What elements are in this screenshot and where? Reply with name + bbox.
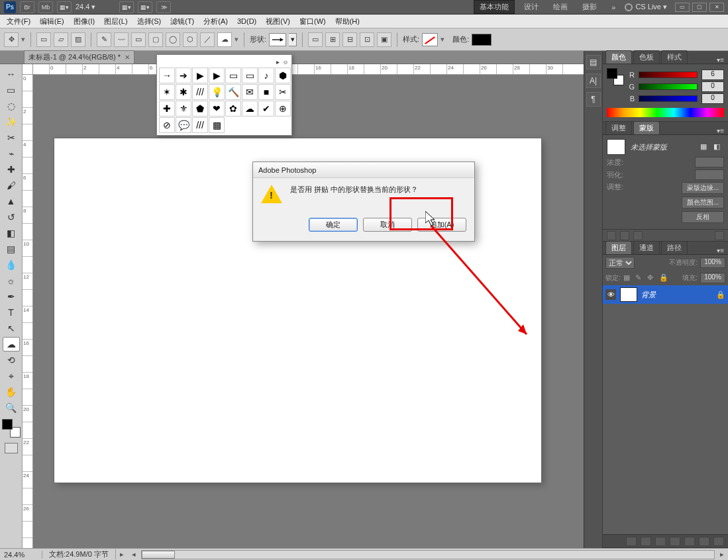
trash-icon[interactable] [715,231,724,240]
flyout-resize-icon[interactable]: ⌾ [284,58,287,66]
tab-adjustments[interactable]: 调整 [605,121,632,134]
cancel-button[interactable]: 取消 [363,218,412,232]
shape-frame2[interactable]: ▭ [242,68,258,83]
status-menu-arrow[interactable]: ▸ [116,550,128,559]
link-icon[interactable] [626,537,637,546]
pixel-mask-icon[interactable]: ▦ [700,142,711,152]
wand-tool[interactable]: ✨ [3,115,20,129]
b-value[interactable]: 0 [702,93,724,104]
path-select-tool[interactable]: ↖ [3,321,20,336]
layer-thumb[interactable] [620,287,637,302]
combine-add-icon[interactable]: ⊞ [325,32,340,47]
menu-select[interactable]: 选择(S) [133,15,166,28]
menu-edit[interactable]: 编辑(E) [36,15,68,28]
tool-preset-button[interactable]: ✥ [4,32,19,47]
scrollbar-thumb[interactable] [142,551,175,559]
combine-int-icon[interactable]: ⊡ [360,32,374,47]
scroll-right-icon[interactable]: ▸ [716,550,728,559]
vector-mask-icon[interactable]: ◧ [713,142,724,152]
color-range-button[interactable]: 颜色范围... [682,197,724,209]
tab-color[interactable]: 颜色 [605,50,632,64]
shape-check[interactable]: ✔ [258,101,274,117]
stamp-tool[interactable]: ▲ [3,194,20,209]
flyout-menu-arrow[interactable]: ▸ [276,58,280,66]
g-slider[interactable] [639,83,698,90]
workspace-tab-more[interactable]: » [606,2,621,13]
tab-layers[interactable]: 图层 [605,241,632,254]
shape-hammer[interactable]: 🔨 [225,84,241,100]
panel-menu-icon[interactable]: ▾≡ [713,56,728,64]
paths-button[interactable]: ▱ [54,32,68,47]
fx-icon[interactable] [641,537,651,546]
shape-flower[interactable]: ✿ [225,101,241,117]
new-layer-icon[interactable] [699,537,709,546]
ok-button[interactable]: 确定 [309,218,358,232]
tab-channels[interactable]: 通道 [633,241,660,254]
append-button[interactable]: 追加(A) [417,218,466,232]
shape-cross[interactable]: ✚ [159,101,175,117]
shape-fleur[interactable]: ⚜ [176,101,191,117]
shape-target[interactable]: ⊕ [275,101,291,117]
shape-hatch[interactable]: /// [192,117,208,133]
mask-footer-icon[interactable] [607,231,616,240]
h-scrollbar[interactable] [141,550,715,559]
mask-footer-icon[interactable] [633,231,643,240]
lasso-tool[interactable]: ◌ [3,99,20,113]
shape-bulb[interactable]: 💡 [209,84,225,100]
history-panel-icon[interactable]: ▤ [586,55,601,70]
eraser-tool[interactable]: ◧ [3,226,20,240]
tab-styles[interactable]: 样式 [661,50,688,64]
shape-nosign[interactable]: ⊘ [159,117,175,133]
layers-empty-area[interactable] [603,304,728,534]
panel-menu-icon[interactable]: ▾≡ [713,127,728,134]
shape-grass[interactable]: /// [192,84,208,100]
opacity-value[interactable]: 100% [700,257,725,268]
extra-button[interactable]: ≫ [156,1,171,13]
menu-view[interactable]: 视图(V) [262,15,294,28]
blur-tool[interactable]: 💧 [3,257,20,272]
rect-icon[interactable]: ▭ [131,32,146,47]
shape-heart[interactable]: ❤ [209,101,225,117]
shape-picker-flyout[interactable]: ▸ ⌾ → ➔ ▶ ▶ ▭ ▭ ♪ ⬢ ✶ ✱ /// 💡 🔨 ✉ ■ ✂ ✚ … [156,54,292,136]
shape-square[interactable]: ■ [258,84,274,100]
shape-speech[interactable]: 💬 [176,117,191,133]
workspace-tab-paint[interactable]: 绘画 [548,1,573,13]
dialog-title[interactable]: Adobe Photoshop [253,162,474,178]
freeform-pen-icon[interactable]: 〰 [114,32,129,47]
quickmask-toggle[interactable] [5,443,18,453]
tab-swatches[interactable]: 色板 [633,50,660,64]
mask-icon[interactable] [655,537,666,546]
3d-camera-tool[interactable]: ⌖ [3,369,20,383]
close-icon[interactable]: ✕ [125,54,130,61]
arrange-button[interactable]: ▦▾ [119,1,134,13]
tab-paths[interactable]: 路径 [661,241,688,254]
marquee-tool[interactable]: ▭ [3,83,20,97]
panel-fg-swatch[interactable] [607,68,617,79]
r-value[interactable]: 6 [702,70,724,80]
lock-all-icon[interactable]: 🔒 [659,273,668,283]
close-button[interactable]: ✕ [709,3,724,12]
shape-arrow-bold[interactable]: ➔ [176,68,191,83]
shape-layers-button[interactable]: ▭ [36,32,51,47]
paragraph-panel-icon[interactable]: ¶ [586,92,601,107]
r-slider[interactable] [639,71,698,78]
tab-mask[interactable]: 蒙版 [633,121,660,134]
shape-pentagon[interactable]: ⬟ [192,101,208,117]
min-button[interactable]: ▭ [675,3,690,12]
shape-arrow-head[interactable]: ▶ [192,68,208,83]
g-value[interactable]: 0 [702,81,724,92]
visibility-icon[interactable]: 👁 [605,289,616,300]
screenmode-button[interactable]: ▦▾ [57,1,72,13]
fg-bg-swatch[interactable] [2,419,21,438]
trash-icon[interactable] [713,537,724,546]
shape-arrow-solid[interactable]: ▶ [209,68,225,83]
ellipse-icon[interactable]: ◯ [166,32,180,47]
color-swatch[interactable] [472,34,492,46]
gradient-tool[interactable]: ▤ [3,242,20,256]
mask-edge-button[interactable]: 蒙版边缘... [682,182,724,194]
custom-shape-tool[interactable]: ☁ [3,337,20,351]
document-tab[interactable]: 未标题-1 @ 24.4%(RGB/8) * ✕ [24,50,134,64]
scroll-left-icon[interactable]: ◂ [128,550,140,559]
adjustment-icon[interactable] [670,537,680,546]
shape-note[interactable]: ♪ [258,68,274,83]
